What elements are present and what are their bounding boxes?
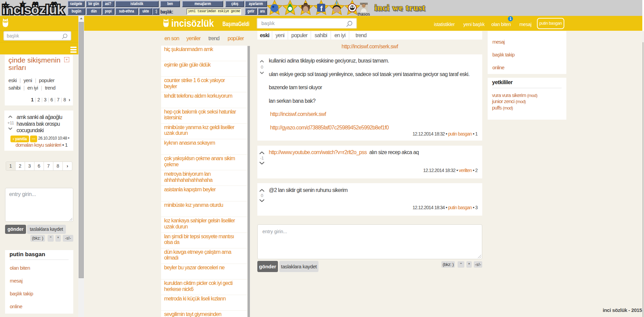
svg-text:f: f <box>320 4 323 13</box>
svg-text:oo: oo <box>51 0 57 5</box>
svg-text:oo: oo <box>33 0 38 5</box>
svg-text:★: ★ <box>3 2 9 9</box>
svg-text:★: ★ <box>20 1 26 7</box>
